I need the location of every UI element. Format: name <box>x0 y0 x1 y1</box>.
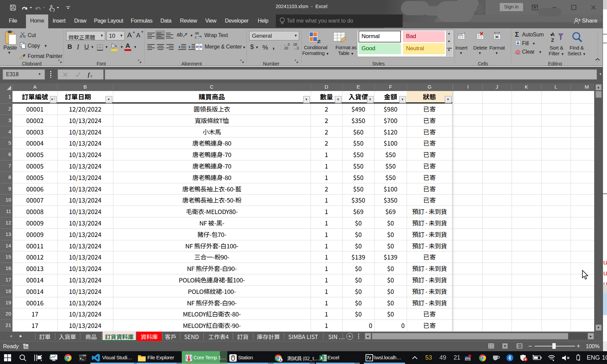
svg-text:≠: ≠ <box>317 38 321 44</box>
svg-text:A: A <box>551 31 555 37</box>
svg-text:x: x <box>90 73 92 78</box>
svg-text:ab: ab <box>195 31 199 35</box>
svg-text:X: X <box>320 356 323 361</box>
svg-text:c: c <box>195 35 197 39</box>
svg-text:f: f <box>88 71 90 78</box>
svg-text:Z: Z <box>551 37 554 43</box>
